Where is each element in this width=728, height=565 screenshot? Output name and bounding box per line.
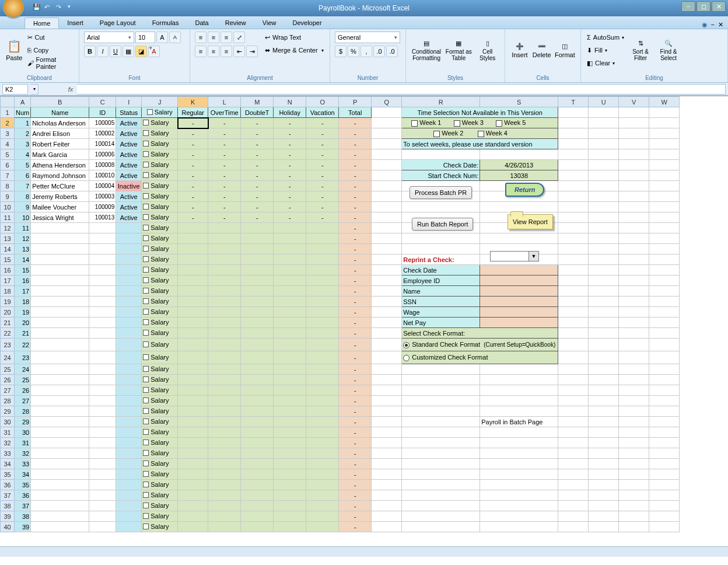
cell-A15[interactable]: 14 bbox=[15, 254, 31, 265]
cell-P14[interactable]: - bbox=[339, 244, 372, 254]
cell-M10[interactable]: - bbox=[241, 202, 274, 212]
cell-S5[interactable] bbox=[480, 149, 558, 160]
cell-T31[interactable] bbox=[558, 427, 589, 438]
cell-P7[interactable]: - bbox=[339, 170, 372, 181]
cell-R27[interactable] bbox=[402, 385, 480, 396]
cell-K39[interactable] bbox=[178, 511, 208, 522]
cell-J3[interactable]: Salary bbox=[142, 128, 178, 139]
week5-checkbox[interactable] bbox=[496, 120, 502, 127]
cell-A27[interactable]: 26 bbox=[15, 385, 31, 396]
row-header[interactable]: 32 bbox=[1, 438, 15, 448]
insert-button[interactable]: ➕Insert bbox=[510, 32, 530, 69]
cell-N8[interactable]: - bbox=[274, 181, 306, 191]
cell-L28[interactable] bbox=[208, 396, 241, 406]
cell-T26[interactable] bbox=[558, 375, 589, 385]
cell-O16[interactable] bbox=[306, 265, 339, 275]
cell-B37[interactable] bbox=[31, 490, 89, 501]
cell-W25[interactable] bbox=[649, 364, 680, 375]
cell-P38[interactable]: - bbox=[339, 501, 372, 511]
cell-Q17[interactable] bbox=[372, 275, 402, 286]
cell-M24[interactable] bbox=[241, 351, 274, 364]
cell-J10[interactable]: Salary bbox=[142, 202, 178, 212]
cell-J28[interactable]: Salary bbox=[142, 396, 178, 406]
cell-R18[interactable]: Name bbox=[402, 286, 480, 297]
cell-N29[interactable] bbox=[274, 406, 306, 417]
cell-S6[interactable]: 4/26/2013 bbox=[480, 160, 558, 170]
cell-C36[interactable] bbox=[89, 480, 116, 490]
col-header-U[interactable]: U bbox=[589, 97, 619, 107]
cell-J20[interactable]: Salary bbox=[142, 307, 178, 318]
cell-B15[interactable] bbox=[31, 254, 89, 265]
salary-checkbox[interactable] bbox=[143, 450, 149, 456]
cell-U15[interactable] bbox=[589, 254, 619, 265]
cell-Q23[interactable] bbox=[372, 339, 402, 351]
row-header[interactable]: 12 bbox=[1, 223, 15, 233]
cell-N31[interactable] bbox=[274, 427, 306, 438]
cell-I40[interactable] bbox=[116, 522, 142, 532]
salary-checkbox[interactable] bbox=[143, 503, 149, 508]
cell-B7[interactable]: Raymond Johnson bbox=[31, 170, 89, 181]
cell-A22[interactable]: 21 bbox=[15, 328, 31, 339]
cell-Q18[interactable] bbox=[372, 286, 402, 297]
cell-S20[interactable] bbox=[480, 307, 558, 318]
cell-L8[interactable]: - bbox=[208, 181, 241, 191]
cell-J26[interactable]: Salary bbox=[142, 375, 178, 385]
cell-A39[interactable]: 38 bbox=[15, 511, 31, 522]
cell-M26[interactable] bbox=[241, 375, 274, 385]
cell-T14[interactable] bbox=[558, 244, 589, 254]
cell-T27[interactable] bbox=[558, 385, 589, 396]
italic-button[interactable]: I bbox=[97, 46, 108, 57]
cell-A3[interactable]: 2 bbox=[15, 128, 31, 139]
cell-O21[interactable] bbox=[306, 318, 339, 328]
cell-O18[interactable] bbox=[306, 286, 339, 297]
tab-home[interactable]: Home bbox=[24, 18, 59, 29]
salary-checkbox[interactable] bbox=[143, 513, 149, 519]
cell-K4[interactable]: - bbox=[178, 139, 208, 149]
cell-B23[interactable] bbox=[31, 339, 89, 351]
cell-T3[interactable] bbox=[558, 128, 589, 139]
cell-R37[interactable] bbox=[402, 490, 480, 501]
grow-font-button[interactable]: A bbox=[156, 32, 168, 43]
cell-Q34[interactable] bbox=[372, 459, 402, 469]
cell-Q13[interactable] bbox=[372, 233, 402, 244]
cell-U35[interactable] bbox=[589, 469, 619, 480]
row-header[interactable]: 19 bbox=[1, 297, 15, 307]
cell-T25[interactable] bbox=[558, 364, 589, 375]
process-batch-pr-button[interactable]: Process Batch PR bbox=[410, 186, 472, 199]
cell-N5[interactable]: - bbox=[274, 149, 306, 160]
align-top-button[interactable]: ≡ bbox=[195, 32, 206, 43]
row-header[interactable]: 30 bbox=[1, 417, 15, 427]
view-report-button[interactable]: View Report bbox=[508, 214, 553, 229]
cell-O11[interactable]: - bbox=[306, 212, 339, 223]
cell-W29[interactable] bbox=[649, 406, 680, 417]
cell-T30[interactable] bbox=[558, 417, 589, 427]
tab-developer[interactable]: Developer bbox=[284, 18, 330, 29]
cell-B10[interactable]: Mailee Voucher bbox=[31, 202, 89, 212]
name-box[interactable]: K2 bbox=[2, 84, 28, 95]
cell-C9[interactable]: 100003 bbox=[89, 191, 116, 202]
cell-J24[interactable]: Salary bbox=[142, 351, 178, 364]
merge-center-button[interactable]: ⬌Merge & Center▾ bbox=[264, 44, 325, 56]
cell-V17[interactable] bbox=[619, 275, 649, 286]
cell-V39[interactable] bbox=[619, 511, 649, 522]
cell-N4[interactable]: - bbox=[274, 139, 306, 149]
cell-S39[interactable] bbox=[480, 511, 558, 522]
cell-C38[interactable] bbox=[89, 501, 116, 511]
cell-C25[interactable] bbox=[89, 364, 116, 375]
cell-N35[interactable] bbox=[274, 469, 306, 480]
cell-J11[interactable]: Salary bbox=[142, 212, 178, 223]
cell-V13[interactable] bbox=[619, 233, 649, 244]
salary-checkbox[interactable] bbox=[143, 214, 149, 220]
tab-page-layout[interactable]: Page Layout bbox=[92, 18, 144, 29]
cell-M37[interactable] bbox=[241, 490, 274, 501]
cell-B5[interactable]: Mark Garcia bbox=[31, 149, 89, 160]
cell-N28[interactable] bbox=[274, 396, 306, 406]
cell-B32[interactable] bbox=[31, 438, 89, 448]
cell-U39[interactable] bbox=[589, 511, 619, 522]
cell-J25[interactable]: Salary bbox=[142, 364, 178, 375]
increase-decimal-button[interactable]: .0 bbox=[373, 46, 385, 57]
cell-Q22[interactable] bbox=[372, 328, 402, 339]
cell-V24[interactable] bbox=[619, 351, 649, 364]
cell-S34[interactable] bbox=[480, 459, 558, 469]
cell-I38[interactable] bbox=[116, 501, 142, 511]
